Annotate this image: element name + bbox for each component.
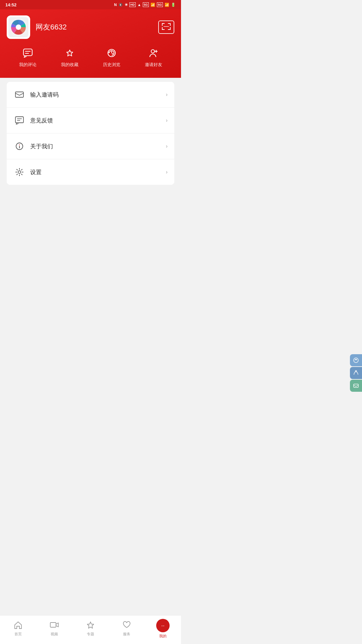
svg-rect-7 xyxy=(162,29,165,30)
settings-icon xyxy=(13,166,25,178)
5g-icon1: 5G xyxy=(143,2,149,7)
mute-icon: 🔇 xyxy=(118,3,123,7)
invite-label: 邀请好友 xyxy=(145,62,162,68)
menu-section: 输入邀请码 › 意见反馈 › xyxy=(7,82,174,185)
quick-actions-row: 我的评论 我的收藏 历史浏览 xyxy=(7,48,174,68)
svg-point-1 xyxy=(16,24,21,30)
feedback-arrow: › xyxy=(166,117,168,123)
history-icon xyxy=(107,48,117,59)
svg-point-27 xyxy=(18,171,21,173)
svg-rect-9 xyxy=(170,27,171,30)
status-time: 14:52 xyxy=(5,2,16,7)
invite-friends-button[interactable]: 邀请好友 xyxy=(145,48,162,68)
hd-icon: HD xyxy=(129,2,136,7)
about-icon xyxy=(13,140,25,152)
my-comments-button[interactable]: 我的评论 xyxy=(19,48,37,68)
invite-code-arrow: › xyxy=(166,92,168,98)
invite-code-label: 输入邀请码 xyxy=(30,91,166,99)
svg-rect-21 xyxy=(15,117,23,123)
settings-label: 设置 xyxy=(30,168,166,176)
svg-point-17 xyxy=(151,50,155,53)
about-arrow: › xyxy=(166,143,168,149)
5g-icon2: 5G xyxy=(157,2,163,7)
nfc-icon: N xyxy=(114,3,117,7)
svg-rect-11 xyxy=(23,49,32,56)
history-button[interactable]: 历史浏览 xyxy=(103,48,120,68)
feedback-item[interactable]: 意见反馈 › xyxy=(7,108,174,133)
invite-icon xyxy=(148,48,159,59)
username-text: 网友6632 xyxy=(36,22,67,32)
svg-rect-5 xyxy=(170,23,171,26)
scan-qr-button[interactable] xyxy=(158,20,174,34)
profile-header: 网友6632 xyxy=(0,9,181,78)
invite-code-icon xyxy=(13,89,25,101)
comments-icon xyxy=(23,48,33,59)
history-label: 历史浏览 xyxy=(103,62,120,68)
wifi-icon: ▲ xyxy=(137,3,141,7)
settings-item[interactable]: 设置 › xyxy=(7,159,174,185)
svg-point-25 xyxy=(19,145,20,145)
feedback-icon xyxy=(13,114,25,126)
signal-icon2: 📶 xyxy=(165,3,169,7)
about-label: 关于我们 xyxy=(30,143,166,150)
profile-row: 网友6632 xyxy=(7,15,174,39)
comments-label: 我的评论 xyxy=(19,62,37,68)
feedback-label: 意见反馈 xyxy=(30,117,166,124)
svg-line-16 xyxy=(112,53,113,54)
svg-rect-10 xyxy=(164,26,169,27)
bluetooth-icon: ✳ xyxy=(125,3,128,7)
svg-rect-20 xyxy=(15,92,23,97)
settings-arrow: › xyxy=(166,169,168,175)
favorites-label: 我的收藏 xyxy=(61,62,78,68)
avatar[interactable] xyxy=(7,15,30,39)
favorites-icon xyxy=(65,48,75,59)
battery-icon: 🔋 xyxy=(171,3,176,7)
signal-icon1: 📶 xyxy=(150,3,155,7)
profile-left: 网友6632 xyxy=(7,15,67,39)
my-favorites-button[interactable]: 我的收藏 xyxy=(61,48,78,68)
status-bar: 14:52 N 🔇 ✳ HD ▲ 5G 📶 5G 📶 🔋 xyxy=(0,0,181,9)
svg-rect-3 xyxy=(162,23,163,26)
about-item[interactable]: 关于我们 › xyxy=(7,133,174,159)
invite-code-item[interactable]: 输入邀请码 › xyxy=(7,82,174,108)
content-area: 输入邀请码 › 意见反馈 › xyxy=(0,82,181,216)
status-icons: N 🔇 ✳ HD ▲ 5G 📶 5G 📶 🔋 xyxy=(114,2,176,7)
